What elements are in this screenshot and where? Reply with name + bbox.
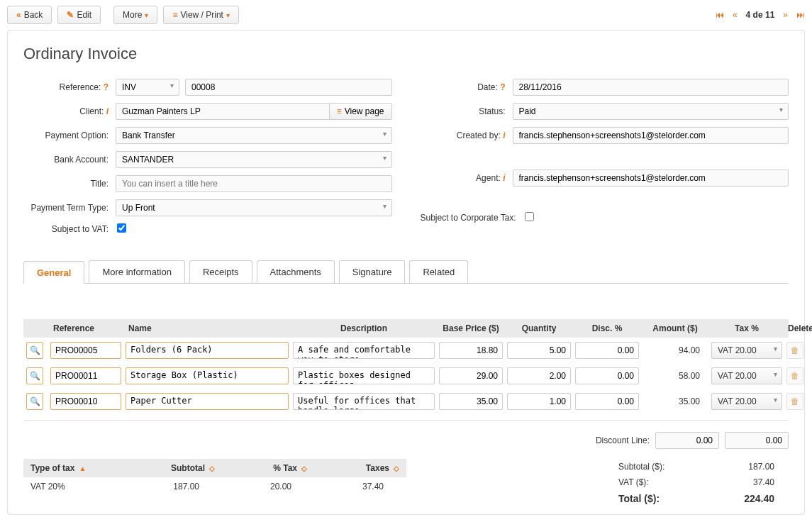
- item-name-input[interactable]: Folders (6 Pack): [126, 342, 289, 359]
- col-description: Description: [293, 323, 435, 333]
- item-disc-input[interactable]: [575, 393, 639, 410]
- total-label: Total ($):: [618, 493, 660, 504]
- discount-amount-input[interactable]: [725, 432, 789, 449]
- tax-row: VAT 20% 187.00 20.00 37.40: [23, 477, 406, 496]
- item-disc-input[interactable]: [575, 342, 639, 359]
- item-search-button[interactable]: 🔍: [26, 342, 43, 359]
- date-input[interactable]: [513, 79, 789, 96]
- item-delete-button[interactable]: 🗑: [786, 367, 803, 384]
- item-qty-input[interactable]: [507, 342, 571, 359]
- discount-percent-input[interactable]: [655, 432, 719, 449]
- ref-number-input[interactable]: [185, 79, 392, 96]
- tab-receipts[interactable]: Receipts: [189, 260, 252, 283]
- date-label: Date: ?: [421, 82, 513, 92]
- item-qty-input[interactable]: [507, 367, 571, 384]
- prev-page-icon[interactable]: «: [733, 10, 738, 20]
- item-name-input[interactable]: Storage Box (Plastic): [126, 367, 289, 384]
- item-row: 🔍 Folders (6 Pack) A safe and comfortabl…: [23, 338, 789, 363]
- last-page-icon[interactable]: ⏭: [796, 10, 805, 20]
- item-delete-button[interactable]: 🗑: [786, 393, 803, 410]
- toolbar-left: «Back ✎Edit More▾ ≡View / Print▾: [7, 6, 239, 24]
- bank-account-select[interactable]: [116, 151, 392, 168]
- item-price-input[interactable]: [439, 367, 503, 384]
- item-disc-input[interactable]: [575, 367, 639, 384]
- col-tax: Tax %: [711, 323, 782, 333]
- tab-related[interactable]: Related: [409, 260, 468, 283]
- item-search-button[interactable]: 🔍: [26, 367, 43, 384]
- item-price-input[interactable]: [439, 393, 503, 410]
- view-print-label: View / Print: [180, 10, 223, 20]
- totals: Subtotal ($):187.00 VAT ($):37.40 Total …: [604, 459, 789, 507]
- items-body: 🔍 Folders (6 Pack) A safe and comfortabl…: [23, 338, 789, 414]
- info-icon[interactable]: i: [503, 130, 505, 140]
- pencil-icon: ✎: [67, 10, 74, 20]
- info-icon[interactable]: i: [503, 173, 505, 183]
- info-icon[interactable]: i: [106, 106, 109, 116]
- item-desc-input[interactable]: A safe and comfortable way to store: [293, 342, 435, 359]
- client-input[interactable]: [116, 103, 330, 120]
- item-ref-input[interactable]: [50, 342, 121, 359]
- subject-corp-checkbox[interactable]: [525, 212, 534, 221]
- agent-input[interactable]: [513, 170, 789, 187]
- discount-label: Discount Line:: [596, 435, 650, 445]
- view-page-label: View page: [345, 106, 384, 116]
- tax-col-subtotal[interactable]: Subtotal◇: [123, 463, 215, 473]
- status-select[interactable]: [513, 103, 789, 120]
- vat-value: 37.40: [753, 477, 774, 487]
- tax-percent-cell: 20.00: [215, 482, 307, 492]
- item-ref-input[interactable]: [50, 393, 121, 410]
- more-button[interactable]: More▾: [113, 6, 157, 24]
- item-desc-input[interactable]: Plastic boxes designed for offices,: [293, 367, 435, 384]
- tab-attachments[interactable]: Attachments: [257, 260, 335, 283]
- form-grid: Reference: ? Client: i ≡View page Paymen…: [23, 79, 789, 242]
- view-print-button[interactable]: ≡View / Print▾: [163, 6, 238, 24]
- ref-prefix-select[interactable]: [116, 79, 179, 96]
- edit-button[interactable]: ✎Edit: [57, 6, 101, 24]
- top-toolbar: «Back ✎Edit More▾ ≡View / Print▾ ⏮ « 4 d…: [0, 0, 812, 30]
- title-input[interactable]: [116, 175, 392, 192]
- caret-down-icon: ▾: [226, 11, 230, 19]
- total-value: 224.40: [744, 493, 774, 504]
- item-delete-button[interactable]: 🗑: [786, 342, 803, 359]
- next-page-icon[interactable]: »: [783, 10, 788, 20]
- help-icon[interactable]: ?: [104, 82, 109, 92]
- item-ref-input[interactable]: [50, 367, 121, 384]
- tab-more-info[interactable]: More information: [89, 260, 185, 283]
- reference-label: Reference: ?: [23, 82, 116, 92]
- items-header: Reference Name Description Base Price ($…: [23, 319, 789, 338]
- created-by-input[interactable]: [513, 127, 789, 144]
- tax-col-taxes[interactable]: Taxes◇: [307, 463, 399, 473]
- help-icon[interactable]: ?: [500, 82, 505, 92]
- tax-col-type[interactable]: Type of tax▲: [30, 463, 123, 473]
- item-desc-input[interactable]: Useful for offices that handle large: [293, 393, 435, 410]
- tax-subtotal-cell: 187.00: [123, 482, 215, 492]
- payment-term-select[interactable]: [116, 199, 392, 216]
- item-search-button[interactable]: 🔍: [26, 393, 43, 410]
- item-tax-select[interactable]: VAT 20.00: [711, 342, 782, 359]
- chevron-left-icon: «: [16, 10, 21, 20]
- invoice-card: Ordinary Invoice Reference: ? Client: i …: [7, 30, 805, 515]
- subject-corp-label: Subject to Corporate Tax:: [421, 213, 523, 223]
- tabs: General More information Receipts Attach…: [23, 260, 789, 283]
- item-qty-input[interactable]: [507, 393, 571, 410]
- item-row: 🔍 Storage Box (Plastic) Plastic boxes de…: [23, 363, 789, 389]
- tab-general[interactable]: General: [23, 261, 84, 284]
- tax-col-percent[interactable]: % Tax◇: [215, 463, 307, 473]
- view-page-button[interactable]: ≡View page: [330, 103, 392, 120]
- back-button[interactable]: «Back: [7, 6, 52, 24]
- item-price-input[interactable]: [439, 342, 503, 359]
- first-page-icon[interactable]: ⏮: [716, 10, 724, 20]
- page-indicator: 4 de 11: [746, 10, 775, 20]
- payment-option-select[interactable]: [116, 127, 392, 144]
- col-name: Name: [126, 323, 289, 333]
- subtotal-label: Subtotal ($):: [618, 462, 664, 472]
- tab-signature[interactable]: Signature: [339, 260, 406, 283]
- item-tax-select[interactable]: VAT 20.00: [711, 367, 782, 384]
- item-name-input[interactable]: Paper Cutter: [126, 393, 289, 410]
- sort-icon: ◇: [301, 465, 307, 472]
- payment-term-label: Payment Term Type:: [23, 203, 116, 213]
- col-amount: Amount ($): [643, 323, 707, 333]
- caret-down-icon: ▾: [145, 11, 148, 19]
- subject-vat-checkbox[interactable]: [117, 223, 126, 233]
- item-tax-select[interactable]: VAT 20.00: [711, 393, 782, 410]
